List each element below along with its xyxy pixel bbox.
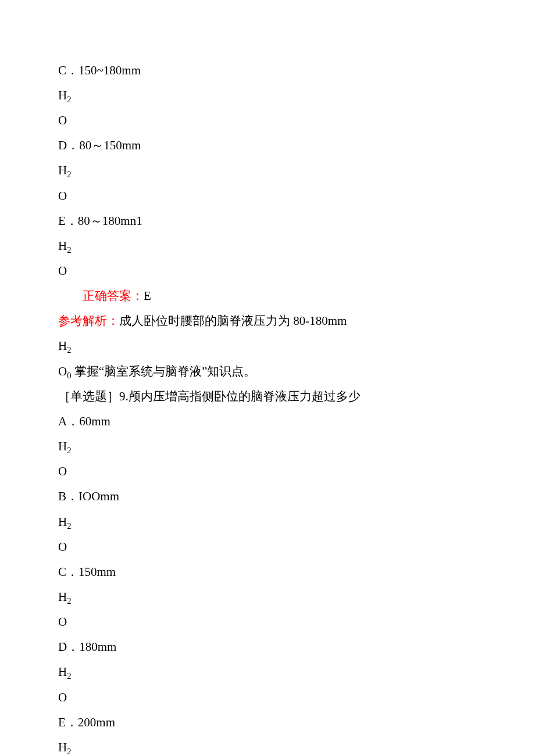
text-line: E．200mm (58, 710, 477, 735)
text: 掌握“脑室系统与脑脊液”知识点。 (72, 364, 256, 378)
text-line: H2 (58, 83, 477, 108)
answer-label: 正确答案： (83, 289, 144, 303)
text: ［单选题］9.颅内压增高指侧卧位的脑脊液压力超过多少 (58, 389, 361, 403)
text-line: ［单选题］9.颅内压增高指侧卧位的脑脊液压力超过多少 (58, 384, 477, 409)
text: O (58, 464, 67, 478)
text: O (58, 615, 67, 629)
subscript: 2 (67, 170, 71, 180)
text: H (58, 88, 67, 102)
text-line: O (58, 259, 477, 284)
text: E．80～180mn1 (58, 214, 142, 228)
text-line: O (58, 184, 477, 209)
text: D．80～150mm (58, 138, 141, 152)
text: H (58, 665, 67, 679)
text: C．150mm (58, 565, 116, 579)
text-line: O (58, 459, 477, 484)
document-body: C．150~180mmH2OD．80～150mmH2OE．80～180mn1H2… (58, 58, 477, 756)
text: O (58, 189, 67, 203)
text-line: 正确答案：E (58, 284, 477, 309)
text-line: C．150mm (58, 560, 477, 585)
text-line: O0 掌握“脑室系统与脑脊液”知识点。 (58, 359, 477, 384)
subscript: 2 (67, 747, 71, 756)
text-line: H2 (58, 158, 477, 183)
subscript: 2 (67, 672, 71, 681)
text-line: H2 (58, 234, 477, 259)
text-line: C．150~180mm (58, 58, 477, 83)
text: A．60mm (58, 414, 110, 428)
text-line: H2 (58, 434, 477, 459)
text-line: H2 (58, 510, 477, 535)
text: H (58, 239, 67, 253)
text-line: 参考解析：成人卧位时腰部的脑脊液压力为 80-180mm (58, 309, 477, 334)
analysis-label: 参考解析： (58, 314, 119, 328)
text: O (58, 113, 67, 127)
text-line: A．60mm (58, 409, 477, 434)
subscript: 2 (67, 521, 71, 531)
text-line: H2 (58, 334, 477, 359)
text-line: O (58, 685, 477, 710)
text: O (58, 364, 67, 378)
text: H (58, 740, 67, 754)
text: H (58, 439, 67, 453)
text: H (58, 339, 67, 353)
subscript: 2 (67, 95, 71, 104)
text: C．150~180mm (58, 63, 141, 77)
subscript: 2 (67, 596, 71, 605)
text: B．IOOmm (58, 489, 119, 503)
answer-value: E (144, 289, 151, 303)
text-line: O (58, 108, 477, 133)
text-line: O (58, 610, 477, 635)
text: H (58, 163, 67, 177)
text-line: E．80～180mn1 (58, 209, 477, 234)
text: O (58, 264, 67, 278)
text: D．180mm (58, 640, 116, 654)
subscript: 2 (67, 245, 71, 255)
subscript: 0 (67, 371, 71, 380)
text-line: B．IOOmm (58, 484, 477, 509)
text: H (58, 590, 67, 604)
text: H (58, 515, 67, 529)
text-line: D．180mm (58, 635, 477, 660)
subscript: 2 (67, 346, 71, 355)
text: O (58, 540, 67, 554)
text: O (58, 690, 67, 704)
text-line: O (58, 535, 477, 560)
text: E．200mm (58, 715, 115, 729)
subscript: 2 (67, 446, 71, 455)
text-line: H2 (58, 735, 477, 756)
text-line: D．80～150mm (58, 133, 477, 158)
text-line: H2 (58, 660, 477, 685)
analysis-value: 成人卧位时腰部的脑脊液压力为 80-180mm (119, 314, 347, 328)
text-line: H2 (58, 585, 477, 610)
